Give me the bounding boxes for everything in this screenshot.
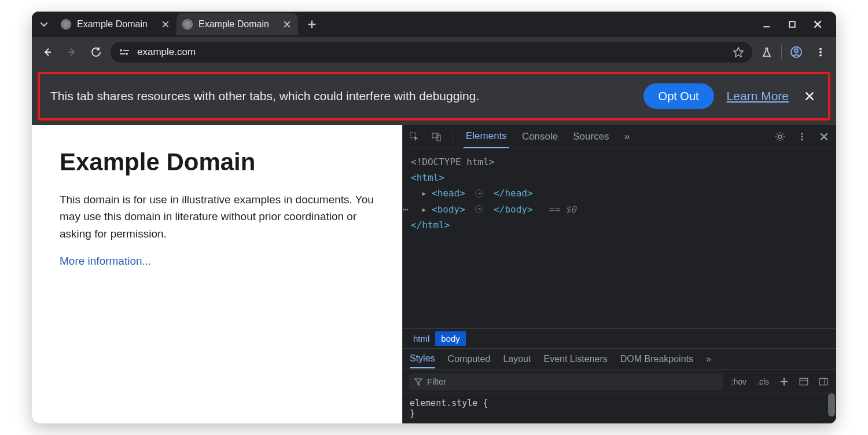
arrow-right-icon — [66, 46, 78, 58]
selected-element-anno: == $0 — [549, 202, 576, 217]
dom-html-open: <html> — [411, 170, 444, 185]
tab-0[interactable]: Example Domain — [55, 13, 176, 35]
styles-tab-layout[interactable]: Layout — [503, 354, 531, 364]
svg-point-8 — [819, 51, 822, 53]
styles-tab-event-listeners[interactable]: Event Listeners — [543, 354, 607, 364]
separator — [453, 130, 453, 143]
svg-rect-18 — [819, 378, 827, 385]
devtools-settings-button[interactable] — [774, 130, 786, 143]
styles-tools: :hov .cls — [729, 376, 830, 388]
minimize-icon — [763, 20, 771, 28]
close-icon — [820, 133, 828, 141]
ellipsis-icon[interactable]: ⋯ — [475, 189, 483, 198]
computed-styles-button[interactable] — [797, 376, 811, 388]
devtools-tab-elements[interactable]: Elements — [464, 125, 509, 148]
cls-toggle[interactable]: .cls — [755, 376, 771, 388]
rendered-page: Example Domain This domain is for use in… — [32, 125, 402, 423]
bookmark-button[interactable] — [733, 46, 744, 58]
dom-tree[interactable]: <!DOCTYPE html> <html> ▸<head> ⋯ </head>… — [403, 148, 836, 328]
style-rule-line: } — [410, 408, 829, 419]
close-icon — [814, 20, 822, 28]
window-controls — [748, 17, 836, 31]
tab-search-dropdown[interactable] — [35, 16, 53, 33]
scrollbar-thumb[interactable] — [828, 393, 835, 416]
toolbar: example.com — [32, 37, 836, 67]
flask-icon — [761, 46, 773, 58]
dom-doctype: <!DOCTYPE html> — [411, 154, 495, 170]
styles-tabbar: Styles Computed Layout Event Listeners D… — [403, 348, 836, 370]
svg-rect-17 — [800, 378, 808, 385]
tab-title: Example Domain — [198, 19, 276, 30]
new-style-rule-button[interactable] — [777, 376, 791, 388]
expand-triangle-icon[interactable]: ▸ — [421, 185, 429, 201]
ellipsis-icon[interactable]: ⋯ — [475, 205, 483, 213]
profile-icon — [790, 46, 803, 59]
style-rule-line: element.style { — [410, 398, 829, 408]
tab-close-button[interactable] — [282, 19, 292, 30]
experiments-button[interactable] — [757, 42, 777, 62]
arrow-left-icon — [42, 46, 53, 58]
infobar-close-button[interactable] — [801, 88, 818, 104]
forward-button[interactable] — [62, 42, 82, 62]
styles-body[interactable]: element.style { } — [403, 393, 836, 423]
devtools-tab-console[interactable]: Console — [520, 125, 560, 148]
svg-point-6 — [795, 49, 798, 53]
svg-point-16 — [801, 138, 803, 140]
learn-more-link[interactable]: Learn More — [727, 89, 789, 103]
star-icon — [733, 46, 744, 58]
reload-icon — [90, 46, 102, 58]
devtools-tabs-overflow[interactable]: » — [622, 125, 632, 148]
sidebar-toggle-button[interactable] — [816, 376, 830, 388]
site-settings-icon[interactable] — [119, 48, 130, 56]
device-toggle-button[interactable] — [431, 131, 442, 142]
plus-icon — [307, 20, 317, 29]
kebab-icon — [816, 47, 825, 57]
crumb-html[interactable]: html — [407, 331, 435, 346]
svg-point-3 — [126, 53, 128, 55]
expand-triangle-icon[interactable]: ▸ — [421, 202, 429, 217]
menu-button[interactable] — [811, 42, 830, 62]
window-close-button[interactable] — [811, 17, 825, 31]
minimize-button[interactable] — [760, 17, 774, 31]
content-area: Example Domain This domain is for use in… — [32, 125, 836, 423]
breadcrumb: html body — [403, 328, 836, 348]
address-text: example.com — [137, 46, 726, 58]
crumb-body[interactable]: body — [435, 331, 466, 346]
svg-point-13 — [778, 135, 782, 138]
devtools-menu-button[interactable] — [796, 130, 808, 143]
styles-tab-styles[interactable]: Styles — [410, 350, 435, 368]
opt-out-button[interactable]: Opt Out — [643, 83, 714, 109]
svg-point-14 — [801, 133, 803, 134]
svg-rect-0 — [789, 21, 795, 27]
styles-filter-input[interactable]: Filter — [409, 374, 723, 390]
tab-close-button[interactable] — [160, 19, 171, 30]
svg-point-15 — [801, 136, 803, 137]
maximize-button[interactable] — [785, 17, 799, 31]
styles-tabs-overflow[interactable]: » — [706, 354, 711, 364]
profile-button[interactable] — [786, 42, 806, 62]
globe-icon — [61, 19, 71, 30]
svg-rect-4 — [120, 53, 125, 54]
more-info-link[interactable]: More information... — [60, 255, 151, 267]
maximize-icon — [789, 21, 796, 28]
globe-icon — [182, 19, 193, 30]
hov-toggle[interactable]: :hov — [729, 376, 749, 388]
styles-tab-dom-breakpoints[interactable]: DOM Breakpoints — [620, 354, 693, 364]
devtools-tab-sources[interactable]: Sources — [571, 125, 611, 148]
devtools-close-button[interactable] — [818, 130, 830, 143]
styles-tab-computed[interactable]: Computed — [448, 354, 491, 364]
sidebar-icon — [819, 377, 828, 386]
reload-button[interactable] — [86, 42, 106, 62]
svg-point-9 — [819, 54, 822, 57]
plus-icon — [779, 377, 789, 386]
close-icon — [284, 21, 290, 28]
back-button[interactable] — [38, 42, 57, 62]
address-bar[interactable]: example.com — [111, 42, 752, 63]
inspect-element-button[interactable] — [409, 131, 420, 142]
page-paragraph: This domain is for use in illustrative e… — [60, 191, 374, 242]
tab-1[interactable]: Example Domain — [176, 13, 298, 35]
infobar-container: This tab shares resources with other tab… — [32, 67, 836, 125]
dom-body-close: </body> — [494, 202, 532, 217]
infobar-message: This tab shares resources with other tab… — [50, 89, 631, 103]
new-tab-button[interactable] — [303, 15, 321, 34]
